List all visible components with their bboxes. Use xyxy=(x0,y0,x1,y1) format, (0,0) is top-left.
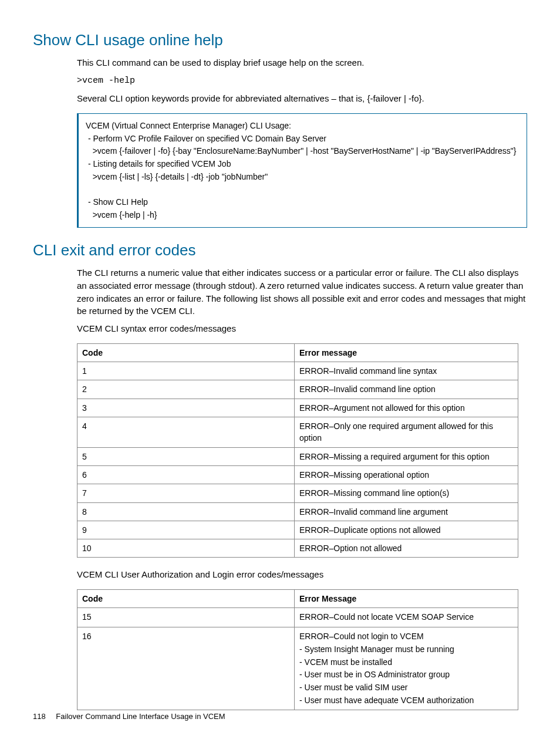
heading-cli-exit-codes: CLI exit and error codes xyxy=(33,239,527,262)
table1-header-code: Code xyxy=(77,343,295,362)
table-row: 8ERROR–Invalid command line argument xyxy=(77,502,518,521)
code-cell: 7 xyxy=(77,484,295,502)
table2-header-code: Code xyxy=(77,590,295,608)
message-cell: ERROR–Invalid command line argument xyxy=(295,502,518,521)
code-cell: 9 xyxy=(77,521,295,539)
message-cell: ERROR–Invalid command line syntax xyxy=(295,362,518,380)
code-cell: 3 xyxy=(77,399,295,417)
syntax-error-table: Code Error message 1ERROR–Invalid comman… xyxy=(77,343,518,558)
code-cell: 4 xyxy=(77,417,295,448)
message-cell: ERROR–Option not allowed xyxy=(295,539,518,558)
message-cell: ERROR–Could not locate VCEM SOAP Service xyxy=(295,608,518,627)
code-cell: 16 xyxy=(77,627,295,710)
message-cell: ERROR–Invalid command line option xyxy=(295,380,518,399)
message-cell: ERROR–Could not login to VCEM- System In… xyxy=(295,627,518,710)
message-cell: ERROR–Missing command line option(s) xyxy=(295,484,518,502)
code-cell: 10 xyxy=(77,539,295,558)
message-cell: ERROR–Missing operational option xyxy=(295,465,518,484)
message-cell: ERROR–Only one required argument allowed… xyxy=(295,417,518,448)
code-cell: 8 xyxy=(77,502,295,521)
page-footer: 118 Failover Command Line Interface Usag… xyxy=(33,711,225,723)
table-row: 5ERROR–Missing a required argument for t… xyxy=(77,447,518,465)
after-command-text: Several CLI option keywords provide for … xyxy=(77,92,527,105)
table-row: 1ERROR–Invalid command line syntax xyxy=(77,362,518,380)
table-row: 9ERROR–Duplicate options not allowed xyxy=(77,521,518,539)
example-command: >vcem -help xyxy=(77,76,135,86)
table-row: 2ERROR–Invalid command line option xyxy=(77,380,518,399)
message-cell: ERROR–Argument not allowed for this opti… xyxy=(295,399,518,417)
message-cell: ERROR–Missing a required argument for th… xyxy=(295,447,518,465)
table1-header-msg: Error message xyxy=(295,343,518,362)
code-cell: 6 xyxy=(77,465,295,484)
table2-caption: VCEM CLI User Authorization and Login er… xyxy=(77,568,527,581)
table-row: 3ERROR–Argument not allowed for this opt… xyxy=(77,399,518,417)
table-row: 7ERROR–Missing command line option(s) xyxy=(77,484,518,502)
heading-show-cli-usage: Show CLI usage online help xyxy=(33,29,527,52)
code-cell: 2 xyxy=(77,380,295,399)
code-cell: 5 xyxy=(77,447,295,465)
table-row: 16ERROR–Could not login to VCEM- System … xyxy=(77,627,518,710)
cli-usage-box: VCEM (Virtual Connect Enterprise Manager… xyxy=(77,113,527,228)
intro-text: This CLI command can be used to display … xyxy=(77,56,527,69)
message-cell: ERROR–Duplicate options not allowed xyxy=(295,521,518,539)
code-cell: 1 xyxy=(77,362,295,380)
table-row: 4ERROR–Only one required argument allowe… xyxy=(77,417,518,448)
table1-caption: VCEM CLI syntax error codes/messages xyxy=(77,322,527,335)
page-number: 118 xyxy=(33,712,46,721)
table-row: 15ERROR–Could not locate VCEM SOAP Servi… xyxy=(77,608,518,627)
table-row: 6ERROR–Missing operational option xyxy=(77,465,518,484)
table2-header-msg: Error Message xyxy=(295,590,518,608)
exit-codes-intro: The CLI returns a numeric value that eit… xyxy=(77,266,527,318)
auth-error-table: Code Error Message 15ERROR–Could not loc… xyxy=(77,589,518,710)
code-cell: 15 xyxy=(77,608,295,627)
chapter-title: Failover Command Line Interface Usage in… xyxy=(56,712,225,721)
table-row: 10ERROR–Option not allowed xyxy=(77,539,518,558)
